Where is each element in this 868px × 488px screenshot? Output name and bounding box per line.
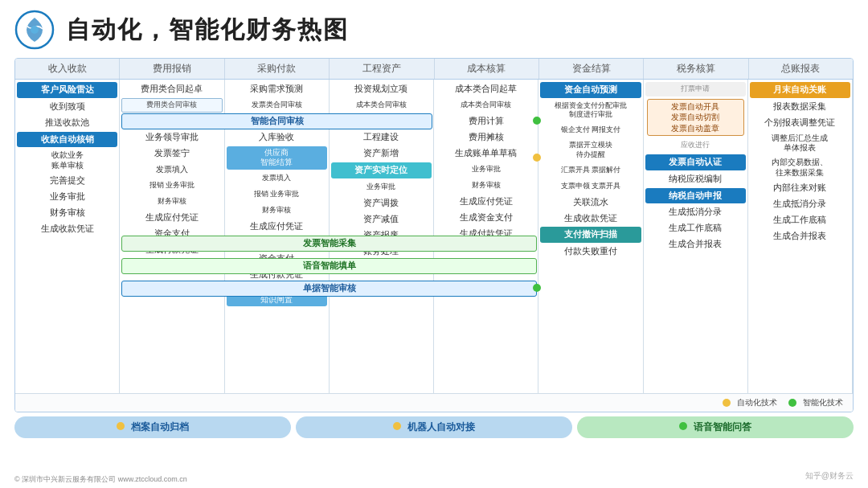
cell-1-8: 生成应付凭证 — [121, 211, 222, 225]
cell-5-1: 根据资金支付分配审批制度进行审批 — [540, 100, 641, 121]
col-header-0: 收入收款 — [15, 59, 120, 79]
cell-5-0: 资金自动预测 — [540, 82, 641, 98]
cell-0-8: 生成收款凭证 — [17, 222, 117, 236]
col-0: 客户风险雷达 收到致项 推送收款池 收款自动核销 收款业务账单审核 完善提交 业… — [15, 80, 120, 393]
legend-green: 智能化技术 — [788, 397, 843, 408]
legend-yellow-label: 自动化技术 — [737, 397, 777, 408]
overlay-invoice-collect: 发票智能采集 — [121, 236, 537, 252]
header: 自动化，智能化财务热图 — [14, 10, 854, 50]
cell-7-1: 报表数据采集 — [750, 100, 850, 114]
col-header-2: 采购付款 — [225, 59, 330, 79]
col-5: 资金自动预测 根据资金支付分配审批制度进行审批 银企支付 网报支付 票据开立模块… — [538, 80, 643, 393]
cell-6-4: 纳税自动申报 — [645, 188, 746, 204]
cell-5-6: 关联流水 — [540, 195, 641, 209]
page-container: 自动化，智能化财务热图 收入收款 费用报销 采购付款 工程资产 成本核算 资金结… — [0, 0, 868, 488]
cell-3-3: 工程建设 — [331, 130, 432, 145]
cell-0-3: 收款自动核销 — [17, 132, 117, 148]
cell-6-invoice: 发票自动开具发票自动切割发票自动盖章 — [647, 99, 744, 136]
cell-2-1: 发票类合同审核 — [227, 98, 327, 113]
overlay-doc-review: 单据智能审核 — [121, 281, 537, 297]
cell-1-4: 发票签宁 — [121, 146, 222, 161]
cell-7-8: 生成合并报表 — [750, 229, 850, 244]
cell-3-7: 资产调拨 — [331, 196, 432, 211]
cell-0-7: 财务审核 — [17, 206, 117, 220]
cell-6-7: 生成合并报表 — [645, 237, 746, 252]
col-header-5: 资金结算 — [539, 59, 644, 79]
cell-5-4: 汇票开具 票据解付 — [540, 162, 641, 177]
cell-2-3: 入库验收 — [227, 130, 327, 145]
cell-1-5: 发票填入 — [121, 162, 222, 177]
cell-1-1: 费用类合同审核 — [121, 98, 222, 113]
cell-4-2: 费用计算 — [436, 114, 536, 129]
cell-4-0: 成本类合同起草 — [436, 82, 536, 96]
cell-4-1: 成本类合同审核 — [436, 98, 536, 113]
cell-6-5: 生成抵消分录 — [645, 205, 746, 219]
cell-3-0: 投资规划立项 — [331, 82, 432, 96]
col-header-6: 税务核算 — [644, 59, 748, 79]
cell-4-8: 生成资金支付 — [436, 211, 536, 225]
cell-7-2: 个别报表调整凭证 — [750, 116, 850, 130]
bottom-dot-0 — [117, 422, 125, 430]
cell-3-6: 业务审批 — [331, 180, 432, 195]
cell-4-4: 生成账单单草稿 — [436, 146, 536, 161]
legend-yellow-dot — [723, 399, 731, 407]
cell-5-7: 生成收款凭证 — [540, 211, 641, 225]
cell-1-7: 财务审核 — [121, 195, 222, 209]
col-header-4: 成本核算 — [435, 59, 539, 79]
cell-0-5: 完善提交 — [17, 174, 117, 188]
cell-1-3: 业务领导审批 — [121, 130, 222, 145]
cell-7-4: 内部交易数据、往来数据采集 — [750, 156, 850, 179]
col-header-1: 费用报销 — [120, 59, 224, 79]
cell-0-6: 业务审批 — [17, 190, 117, 204]
cell-4-5: 业务审批 — [436, 162, 536, 177]
cell-3-5: 资产实时定位 — [331, 162, 432, 178]
page-title: 自动化，智能化财务热图 — [66, 14, 349, 47]
cell-6-1: 应收进行 — [645, 138, 746, 153]
cell-3-4: 资产新增 — [331, 146, 432, 161]
content-grid: 客户风险雷达 收到致项 推送收款池 收款自动核销 收款业务账单审核 完善提交 业… — [15, 80, 853, 393]
bottom-dot-2 — [679, 422, 687, 430]
overlay-voice-form: 语音智能填单 — [121, 258, 537, 274]
svg-point-1 — [31, 26, 39, 34]
bottom-row: 档案自动归档 机器人自动对接 语音智能问答 — [14, 416, 854, 438]
legend-yellow: 自动化技术 — [723, 397, 777, 408]
cell-4-6: 财务审核 — [436, 178, 536, 193]
col-7: 月末自动关账 报表数据采集 个别报表调整凭证 调整后汇总生成单体报表 内部交易数… — [748, 80, 853, 393]
cell-6-3: 纳税应税编制 — [645, 172, 746, 187]
cell-7-5: 内部往来对账 — [750, 181, 850, 195]
bottom-banner-0: 档案自动归档 — [14, 416, 291, 438]
cell-7-6: 生成抵消分录 — [750, 197, 850, 211]
bottom-banner-1: 机器人自动对接 — [296, 416, 572, 438]
cell-5-5: 支票申领 支票开具 — [540, 178, 641, 193]
cell-1-6: 报销 业务审批 — [121, 178, 222, 193]
cell-2-6: 报销 业务审批 — [227, 187, 327, 202]
col-header-7: 总账报表 — [749, 59, 853, 79]
cell-6-6: 生成工作底稿 — [645, 221, 746, 236]
cell-0-0: 客户风险雷达 — [17, 82, 117, 98]
cell-5-8: 支付撤许扫描 — [540, 227, 641, 243]
cell-4-3: 费用摊核 — [436, 130, 536, 145]
cell-5-3: 票据开立模块待办提醒 — [540, 139, 641, 161]
cell-7-0: 月末自动关账 — [750, 82, 850, 98]
cell-0-1: 收到致项 — [17, 100, 117, 114]
watermark: 知乎@财务云 — [805, 470, 854, 482]
legend-green-label: 智能化技术 — [803, 397, 843, 408]
cell-7-7: 生成工作底稿 — [750, 213, 850, 228]
cell-2-4: 供应商智能结算 — [227, 146, 327, 170]
col-header-3: 工程资产 — [330, 59, 434, 79]
cell-3-1: 成本类合同审核 — [331, 98, 432, 113]
cell-4-7: 生成应付凭证 — [436, 195, 536, 209]
cell-2-5: 发票填入 — [227, 171, 327, 186]
legend-green-dot — [788, 399, 796, 407]
cell-7-3: 调整后汇总生成单体报表 — [750, 132, 850, 155]
cell-2-8: 生成应付凭证 — [227, 219, 327, 234]
cell-6-2: 发票自动认证 — [645, 154, 746, 170]
cell-2-0: 采购需求预测 — [227, 82, 327, 96]
overlay-smart-contract: 智能合同审核 — [121, 113, 432, 129]
legend-row: 自动化技术 智能化技术 — [15, 393, 853, 412]
cell-2-7: 财务审核 — [227, 203, 327, 218]
cell-5-9: 付款失败重付 — [540, 244, 641, 259]
cell-1-0: 费用类合同起卓 — [121, 82, 222, 96]
cell-5-2: 银企支付 网报支付 — [540, 123, 641, 137]
cell-6-tax-header: 打票申请 — [645, 82, 746, 96]
